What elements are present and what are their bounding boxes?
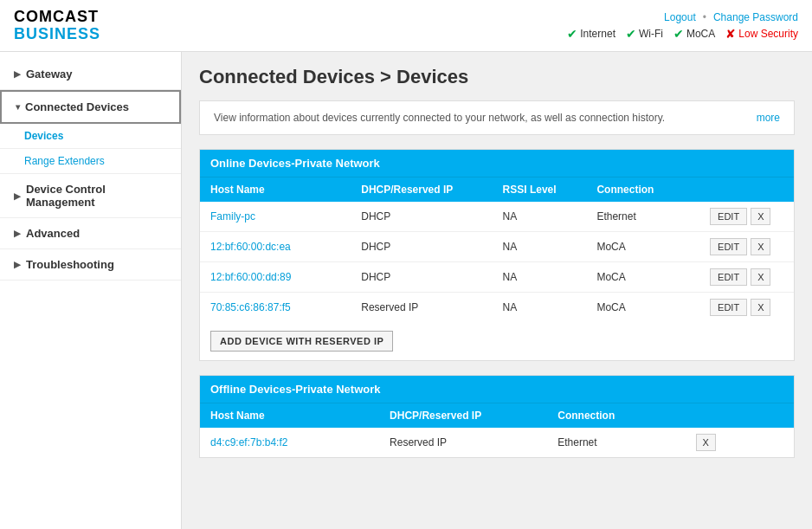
header: COMCAST BUSINESS Logout • Change Passwor… bbox=[0, 0, 812, 52]
header-right: Logout • Change Password ✔ Internet ✔ Wi… bbox=[567, 11, 798, 41]
status-security: ✘ Low Security bbox=[725, 27, 798, 41]
sidebar-item-troubleshooting-label: Troubleshooting bbox=[26, 258, 114, 271]
header-links: Logout • Change Password bbox=[664, 11, 798, 23]
status-internet: ✔ Internet bbox=[567, 27, 615, 41]
col-header-hostname: Host Name bbox=[200, 177, 351, 203]
check-icon-moca: ✔ bbox=[673, 27, 684, 41]
online-table-row: 70:85:c6:86:87:f5 Reserved IP NA MoCA ED… bbox=[200, 293, 794, 323]
remove-button-1[interactable]: X bbox=[751, 238, 770, 255]
offline-devices-header: Offline Devices-Private Network bbox=[200, 376, 794, 403]
offline-devices-table: Host Name DHCP/Reserved IP Connection d4… bbox=[200, 403, 794, 457]
arrow-icon-troubleshooting: ▶ bbox=[14, 260, 21, 269]
online-table-row: Family-pc DHCP NA Ethernet EDIT X bbox=[200, 202, 794, 232]
sidebar-item-gateway[interactable]: ▶ Gateway bbox=[0, 59, 181, 90]
online-rssi-1: NA bbox=[493, 232, 587, 262]
online-connection-1: MoCA bbox=[586, 232, 699, 262]
offline-table-header-row: Host Name DHCP/Reserved IP Connection bbox=[200, 403, 794, 429]
add-device-button[interactable]: ADD DEVICE WITH RESERVED IP bbox=[210, 331, 393, 352]
sidebar-item-device-control[interactable]: ▶ Device Control Management bbox=[0, 174, 181, 218]
online-hostname-1: 12:bf:60:00:dc:ea bbox=[200, 232, 351, 262]
change-password-link[interactable]: Change Password bbox=[713, 11, 798, 23]
logo: COMCAST BUSINESS bbox=[14, 9, 100, 43]
header-separator: • bbox=[703, 11, 706, 23]
info-box: View information about devices currently… bbox=[199, 100, 795, 135]
online-connection-0: Ethernet bbox=[586, 202, 699, 232]
online-connection-3: MoCA bbox=[586, 293, 699, 323]
x-icon-security: ✘ bbox=[725, 27, 736, 41]
online-rssi-2: NA bbox=[493, 262, 587, 293]
more-link[interactable]: more bbox=[757, 112, 780, 124]
online-dhcp-1: DHCP bbox=[351, 232, 492, 262]
online-dhcp-3: Reserved IP bbox=[351, 293, 492, 323]
status-moca: ✔ MoCA bbox=[673, 27, 715, 41]
sidebar-item-advanced[interactable]: ▶ Advanced bbox=[0, 218, 181, 249]
online-hostname-link-0[interactable]: Family-pc bbox=[210, 210, 255, 223]
online-table-row: 12:bf:60:00:dc:ea DHCP NA MoCA EDIT X bbox=[200, 232, 794, 262]
online-table-row: 12:bf:60:00:dd:89 DHCP NA MoCA EDIT X bbox=[200, 262, 794, 293]
offline-devices-section: Offline Devices-Private Network Host Nam… bbox=[199, 375, 795, 458]
online-actions-0: EDIT X bbox=[699, 202, 794, 232]
check-icon-internet: ✔ bbox=[567, 27, 577, 41]
logout-link[interactable]: Logout bbox=[664, 11, 696, 23]
status-security-label: Low Security bbox=[738, 28, 798, 40]
col-header-actions bbox=[699, 177, 794, 203]
arrow-icon-connected-devices: ▾ bbox=[16, 102, 20, 112]
offline-dhcp-0: Reserved IP bbox=[379, 428, 547, 457]
logo-comcast: COMCAST bbox=[14, 9, 100, 26]
sidebar-item-device-control-label: Device Control Management bbox=[26, 183, 167, 209]
online-hostname-link-2[interactable]: 12:bf:60:00:dd:89 bbox=[210, 271, 291, 283]
offline-remove-button-0[interactable]: X bbox=[696, 434, 716, 451]
status-bar: ✔ Internet ✔ Wi-Fi ✔ MoCA ✘ Low Security bbox=[567, 27, 798, 41]
offline-col-header-hostname: Host Name bbox=[200, 403, 379, 429]
offline-col-header-connection: Connection bbox=[547, 403, 681, 429]
edit-button-2[interactable]: EDIT bbox=[710, 268, 747, 286]
status-moca-label: MoCA bbox=[686, 28, 715, 40]
online-table-header-row: Host Name DHCP/Reserved IP RSSI Level Co… bbox=[200, 177, 794, 203]
add-device-container: ADD DEVICE WITH RESERVED IP bbox=[200, 322, 794, 360]
edit-button-3[interactable]: EDIT bbox=[710, 299, 747, 316]
status-wifi-label: Wi-Fi bbox=[639, 28, 663, 40]
remove-button-3[interactable]: X bbox=[751, 299, 770, 316]
online-dhcp-0: DHCP bbox=[351, 202, 492, 232]
sidebar-item-devices-sub[interactable]: Devices bbox=[0, 124, 181, 149]
online-connection-2: MoCA bbox=[586, 262, 699, 293]
sidebar-item-troubleshooting[interactable]: ▶ Troubleshooting bbox=[0, 249, 181, 281]
info-text: View information about devices currently… bbox=[214, 112, 665, 124]
sidebar-item-connected-devices-label: Connected Devices bbox=[25, 100, 129, 113]
sidebar-item-advanced-label: Advanced bbox=[26, 227, 80, 240]
offline-connection-0: Ethernet bbox=[547, 428, 681, 457]
online-hostname-link-1[interactable]: 12:bf:60:00:dc:ea bbox=[210, 241, 291, 253]
offline-actions-0: X bbox=[682, 428, 794, 457]
offline-table-row: d4:c9:ef:7b:b4:f2 Reserved IP Ethernet X bbox=[200, 428, 794, 457]
col-header-dhcp: DHCP/Reserved IP bbox=[351, 177, 492, 203]
offline-hostname-link-0[interactable]: d4:c9:ef:7b:b4:f2 bbox=[210, 436, 287, 448]
status-wifi: ✔ Wi-Fi bbox=[626, 27, 663, 41]
sidebar-item-connected-devices[interactable]: ▾ Connected Devices bbox=[0, 90, 181, 124]
online-rssi-0: NA bbox=[493, 202, 587, 232]
check-icon-wifi: ✔ bbox=[626, 27, 636, 41]
col-header-connection: Connection bbox=[586, 177, 699, 203]
main-content: Connected Devices > Devices View informa… bbox=[182, 52, 812, 529]
remove-button-0[interactable]: X bbox=[751, 208, 770, 225]
online-devices-header: Online Devices-Private Network bbox=[200, 150, 794, 177]
offline-col-header-actions bbox=[682, 403, 794, 429]
online-hostname-3: 70:85:c6:86:87:f5 bbox=[200, 293, 351, 323]
edit-button-0[interactable]: EDIT bbox=[710, 208, 747, 225]
online-hostname-link-3[interactable]: 70:85:c6:86:87:f5 bbox=[210, 301, 291, 313]
sidebar-item-gateway-label: Gateway bbox=[26, 68, 72, 81]
sidebar-item-range-extenders-sub[interactable]: Range Extenders bbox=[0, 149, 181, 174]
online-dhcp-2: DHCP bbox=[351, 262, 492, 293]
online-hostname-0: Family-pc bbox=[200, 202, 351, 232]
edit-button-1[interactable]: EDIT bbox=[710, 238, 747, 255]
layout: ▶ Gateway ▾ Connected Devices Devices Ra… bbox=[0, 52, 812, 529]
arrow-icon-device-control: ▶ bbox=[14, 191, 21, 201]
remove-button-2[interactable]: X bbox=[751, 268, 770, 286]
online-hostname-2: 12:bf:60:00:dd:89 bbox=[200, 262, 351, 293]
online-devices-table: Host Name DHCP/Reserved IP RSSI Level Co… bbox=[200, 177, 794, 322]
online-actions-1: EDIT X bbox=[699, 232, 794, 262]
offline-hostname-0: d4:c9:ef:7b:b4:f2 bbox=[200, 428, 379, 457]
sidebar: ▶ Gateway ▾ Connected Devices Devices Ra… bbox=[0, 52, 182, 529]
page-title: Connected Devices > Devices bbox=[199, 66, 795, 88]
status-internet-label: Internet bbox=[580, 28, 615, 40]
online-actions-3: EDIT X bbox=[699, 293, 794, 323]
